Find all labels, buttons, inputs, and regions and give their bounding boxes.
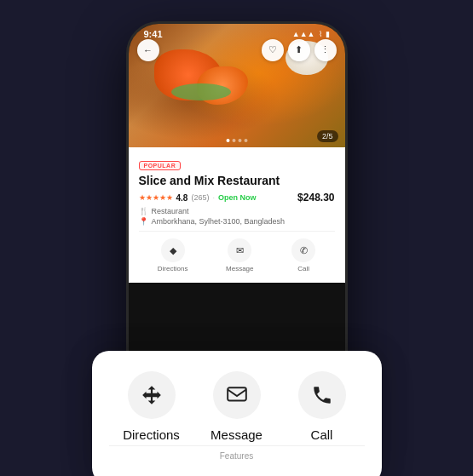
- bs-call-label: Call: [311, 427, 333, 442]
- scene: 9:41 ▲▲▲ ⌇ ▮ ← ♡: [0, 0, 473, 476]
- card-message-button[interactable]: ✉ Message: [226, 238, 253, 272]
- image-dots: [226, 139, 247, 142]
- status-time: 9:41: [144, 29, 163, 39]
- card-message-icon: ✉: [228, 238, 251, 262]
- restaurant-name: Slice and Mix Restaurant: [139, 174, 335, 188]
- separator: ·: [212, 193, 215, 202]
- back-icon: ←: [143, 45, 153, 55]
- popular-badge: POPULAR: [139, 161, 182, 170]
- svg-rect-0: [228, 387, 246, 400]
- review-count: (265): [191, 193, 209, 202]
- card-call-icon: ✆: [291, 238, 315, 262]
- dot-1: [226, 139, 229, 142]
- open-status: Open Now: [218, 193, 257, 202]
- hero-image: ← ♡ ⬆ ⋮: [129, 24, 345, 147]
- category-text: Restaurant: [152, 207, 189, 215]
- bs-directions-button[interactable]: Directions: [118, 371, 186, 442]
- more-icon: ⋮: [320, 44, 330, 55]
- share-icon: ⬆: [295, 44, 303, 55]
- bs-directions-label: Directions: [123, 427, 180, 442]
- card-directions-button[interactable]: ◆ Directions: [158, 238, 188, 272]
- dot-2: [232, 139, 235, 142]
- food-greens: [171, 83, 231, 100]
- address-text: Amborkhana, Sylhet-3100, Bangladesh: [152, 217, 286, 226]
- dot-3: [238, 139, 241, 142]
- heart-icon: ♡: [268, 44, 277, 55]
- bs-message-button[interactable]: Message: [203, 371, 271, 442]
- address-row: 📍 Amborkhana, Sylhet-3100, Bangladesh: [139, 217, 335, 226]
- dot-4: [244, 139, 247, 142]
- battery-icon: ▮: [326, 30, 330, 38]
- favorite-button[interactable]: ♡: [262, 39, 284, 61]
- more-button[interactable]: ⋮: [314, 39, 337, 61]
- star-icons: ★★★★★: [139, 193, 173, 202]
- card-message-label: Message: [226, 265, 253, 272]
- bs-message-label: Message: [211, 427, 262, 442]
- card-action-buttons: ◆ Directions ✉ Message ✆ Call: [139, 231, 335, 276]
- image-counter: 2/5: [317, 130, 338, 142]
- price: $248.30: [297, 192, 334, 204]
- rating-row: ★★★★★ 4.8 (265) · Open Now $248.30: [139, 192, 335, 204]
- card-call-label: Call: [297, 265, 309, 272]
- share-button[interactable]: ⬆: [288, 39, 310, 61]
- status-bar: 9:41 ▲▲▲ ⌇ ▮: [129, 24, 345, 41]
- bs-directions-icon: [128, 371, 176, 419]
- back-button[interactable]: ←: [137, 39, 159, 61]
- card-call-button[interactable]: ✆ Call: [291, 238, 315, 272]
- features-label: Features: [109, 445, 365, 461]
- rating-left: ★★★★★ 4.8 (265) · Open Now: [139, 193, 257, 203]
- card-directions-label: Directions: [158, 265, 188, 272]
- category-row: 🍴 Restaurant: [139, 207, 335, 215]
- location-icon: 📍: [139, 217, 148, 226]
- restaurant-content: POPULAR Slice and Mix Restaurant ★★★★★ 4…: [129, 147, 345, 284]
- bs-call-button[interactable]: Call: [288, 371, 356, 442]
- wifi-icon: ⌇: [319, 30, 322, 38]
- bs-message-icon: [213, 371, 261, 419]
- nav-right-buttons: ♡ ⬆ ⋮: [262, 39, 337, 61]
- signal-icon: ▲▲▲: [292, 30, 315, 38]
- bottom-sheet: Directions Message Call: [92, 351, 382, 476]
- restaurant-icon: 🍴: [139, 207, 148, 215]
- status-icons: ▲▲▲ ⌇ ▮: [292, 30, 330, 38]
- card-directions-icon: ◆: [161, 238, 185, 262]
- rating-number: 4.8: [176, 193, 188, 203]
- bs-call-icon: [298, 371, 346, 419]
- bottom-sheet-actions: Directions Message Call: [109, 371, 365, 442]
